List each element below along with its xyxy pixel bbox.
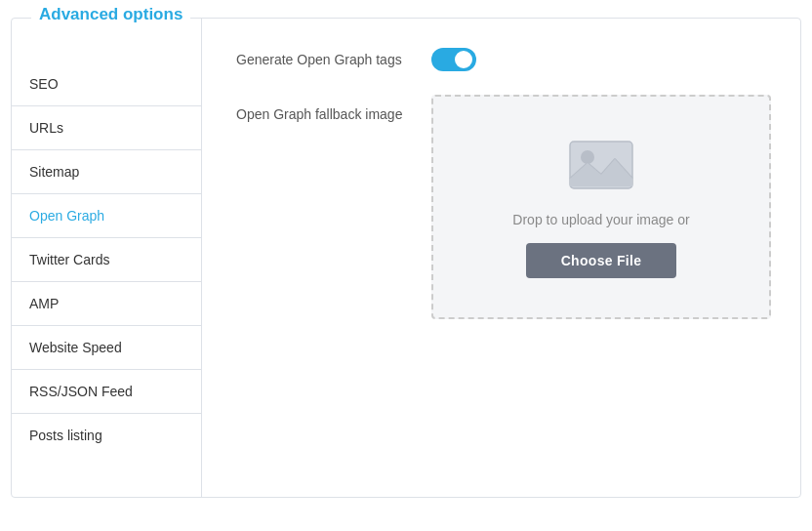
sidebar-item-open-graph[interactable]: Open Graph (12, 194, 201, 238)
drop-text: Drop to upload your image or (512, 212, 689, 227)
sidebar-item-rss-json-feed[interactable]: RSS/JSON Feed (12, 370, 201, 414)
sidebar-item-twitter-cards[interactable]: Twitter Cards (12, 238, 201, 282)
generate-og-label: Generate Open Graph tags (236, 52, 431, 67)
og-fallback-row: Open Graph fallback image Drop to upload… (236, 95, 771, 319)
generate-og-row: Generate Open Graph tags (236, 48, 771, 71)
sidebar-item-seo[interactable]: SEO (12, 62, 201, 106)
sidebar-item-urls[interactable]: URLs (12, 106, 201, 150)
choose-file-button[interactable]: Choose File (526, 243, 677, 278)
toggle-slider (431, 48, 476, 71)
settings-panel: Advanced options SEO URLs Sitemap Open G… (11, 18, 801, 498)
sidebar-item-website-speed[interactable]: Website Speed (12, 326, 201, 370)
sidebar-item-posts-listing[interactable]: Posts listing (12, 414, 201, 457)
sidebar: SEO URLs Sitemap Open Graph Twitter Card… (12, 19, 202, 497)
og-fallback-label: Open Graph fallback image (236, 95, 431, 122)
svg-point-1 (581, 150, 594, 164)
main-content: Generate Open Graph tags Open Graph fall… (202, 19, 800, 497)
image-placeholder-icon (566, 136, 636, 194)
settings-layout: SEO URLs Sitemap Open Graph Twitter Card… (12, 19, 800, 497)
sidebar-item-sitemap[interactable]: Sitemap (12, 150, 201, 194)
generate-og-toggle[interactable] (431, 48, 476, 71)
sidebar-item-amp[interactable]: AMP (12, 282, 201, 326)
section-title: Advanced options (31, 5, 190, 24)
upload-dropzone[interactable]: Drop to upload your image or Choose File (431, 95, 771, 319)
